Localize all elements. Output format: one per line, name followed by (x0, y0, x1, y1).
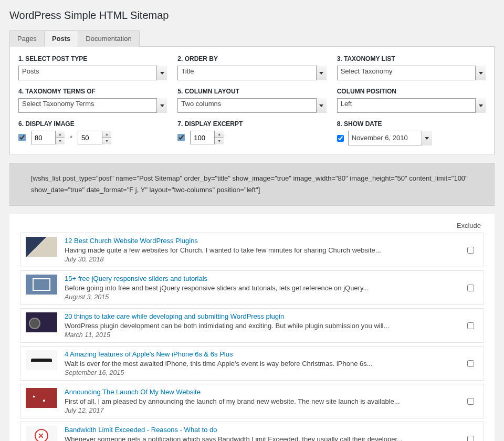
exclude-checkbox[interactable] (467, 285, 474, 291)
checkbox-show-date[interactable] (337, 135, 344, 142)
exclude-column-header: Exclude (20, 222, 484, 229)
post-row: Bandwidth Limit Exceeded - Reasons - Wha… (20, 422, 484, 441)
shortcode-output: [wshs_list post_type="post" name="Post S… (9, 163, 495, 206)
field-post-type: 1. SELECT POST TYPE Posts (18, 55, 167, 80)
page-title: WordPress Simple HTML Sitemap (9, 9, 495, 22)
exclude-cell (463, 285, 478, 291)
exclude-cell (463, 398, 478, 405)
post-title[interactable]: 4 Amazing features of Apple's New iPhone… (65, 350, 463, 358)
checkbox-display-image[interactable] (18, 134, 26, 141)
post-thumbnail (26, 426, 57, 441)
post-row: 20 things to take care while developing … (20, 308, 484, 343)
post-row: 12 Best Church Website WordPress Plugins… (20, 233, 484, 267)
select-taxonomy-list[interactable]: Select Taxonomy (337, 66, 486, 80)
tab-posts[interactable]: Posts (44, 30, 78, 47)
post-excerpt: Wait is over for the most awaited iPhone… (65, 360, 463, 368)
exclude-checkbox[interactable] (467, 436, 474, 441)
field-display-excerpt: 7. DISPLAY EXCERPT ▲▼ (177, 120, 326, 145)
post-body: Announcing The Launch Of My New WebsiteF… (65, 388, 463, 414)
post-excerpt: Before going into free and best jQuery r… (65, 284, 463, 292)
post-thumbnail (26, 275, 57, 295)
post-body: 20 things to take care while developing … (65, 312, 463, 339)
field-column-position: COLUMN POSITION Left (337, 88, 486, 113)
label-display-excerpt: 7. DISPLAY EXCERPT (177, 120, 326, 128)
select-taxonomy-terms[interactable]: Select Taxonomy Terms (18, 98, 167, 113)
exclude-checkbox[interactable] (467, 322, 474, 329)
post-excerpt: WordPress plugin development can be both… (65, 322, 463, 330)
posts-list-panel: Exclude 12 Best Church Website WordPress… (9, 214, 495, 441)
field-column-layout: 5. COLUMN LAYOUT Two columns (177, 88, 326, 113)
post-date: July 30, 2018 (65, 256, 463, 263)
checkbox-display-excerpt[interactable] (177, 134, 185, 141)
field-taxonomy-terms: 4. TAXONOMY TERMS OF Select Taxonomy Ter… (18, 88, 167, 113)
label-order-by: 2. ORDER BY (177, 55, 326, 62)
post-title[interactable]: Announcing The Launch Of My New Website (65, 388, 463, 396)
exclude-cell (463, 322, 478, 329)
post-title[interactable]: 12 Best Church Website WordPress Plugins (65, 237, 463, 245)
post-title[interactable]: 15+ free jQuery responsive sliders and t… (65, 275, 463, 282)
post-excerpt: Whenever someone gets a notification whi… (65, 435, 463, 441)
label-column-position: COLUMN POSITION (337, 88, 486, 95)
post-title[interactable]: Bandwidth Limit Exceeded - Reasons - Wha… (65, 426, 463, 434)
label-post-type: 1. SELECT POST TYPE (18, 55, 167, 62)
tab-documentation[interactable]: Documentation (78, 30, 139, 47)
post-body: Bandwidth Limit Exceeded - Reasons - Wha… (65, 426, 463, 441)
field-order-by: 2. ORDER BY Title (177, 55, 326, 80)
post-row: Announcing The Launch Of My New WebsiteF… (20, 384, 484, 418)
label-display-image: 6. DISPLAY IMAGE (18, 120, 167, 128)
label-show-date: 8. SHOW DATE (337, 120, 486, 128)
exclude-cell (463, 436, 478, 441)
post-date: August 3, 2015 (65, 293, 463, 301)
post-date: March 11, 2015 (65, 331, 463, 339)
post-body: 4 Amazing features of Apple's New iPhone… (65, 350, 463, 376)
spinner-icon[interactable]: ▲▼ (55, 131, 65, 144)
tab-pages[interactable]: Pages (9, 30, 45, 47)
exclude-checkbox[interactable] (467, 247, 474, 254)
post-thumbnail (26, 312, 57, 332)
post-excerpt: First of all, I am pleased by announcing… (65, 397, 463, 405)
exclude-checkbox[interactable] (467, 360, 474, 367)
post-date: July 12, 2017 (65, 407, 463, 414)
label-column-layout: 5. COLUMN LAYOUT (177, 88, 326, 95)
post-row: 15+ free jQuery responsive sliders and t… (20, 270, 484, 305)
post-row: 4 Amazing features of Apple's New iPhone… (20, 346, 484, 381)
exclude-cell (463, 247, 478, 254)
exclude-checkbox[interactable] (467, 398, 474, 405)
post-thumbnail (26, 388, 57, 408)
exclude-cell (463, 360, 478, 367)
select-post-type[interactable]: Posts (18, 66, 167, 80)
post-excerpt: Having made quite a few websites for Chu… (65, 246, 463, 254)
select-column-position[interactable]: Left (337, 98, 486, 113)
label-taxonomy-list: 3. TAXONOMY LIST (337, 55, 486, 62)
spinner-icon[interactable]: ▲▼ (102, 131, 111, 144)
select-order-by[interactable]: Title (177, 66, 326, 80)
field-show-date: 8. SHOW DATE November 6, 2010 (337, 120, 486, 145)
settings-panel: 1. SELECT POST TYPE Posts 2. ORDER BY Ti… (9, 47, 495, 154)
post-thumbnail (26, 237, 57, 257)
post-date: September 16, 2015 (65, 369, 463, 376)
field-taxonomy-list: 3. TAXONOMY LIST Select Taxonomy (337, 55, 486, 80)
post-body: 15+ free jQuery responsive sliders and t… (65, 275, 463, 301)
label-taxonomy-terms: 4. TAXONOMY TERMS OF (18, 88, 167, 95)
post-thumbnail (26, 350, 57, 370)
select-column-layout[interactable]: Two columns (177, 98, 326, 113)
dimension-separator: * (70, 134, 72, 142)
tabs: Pages Posts Documentation (9, 30, 495, 47)
post-body: 12 Best Church Website WordPress Plugins… (65, 237, 463, 263)
select-date-format[interactable]: November 6, 2010 (348, 131, 432, 145)
spinner-icon[interactable]: ▲▼ (214, 131, 224, 144)
post-title[interactable]: 20 things to take care while developing … (65, 312, 463, 320)
field-display-image: 6. DISPLAY IMAGE ▲▼ * ▲▼ (18, 120, 167, 145)
